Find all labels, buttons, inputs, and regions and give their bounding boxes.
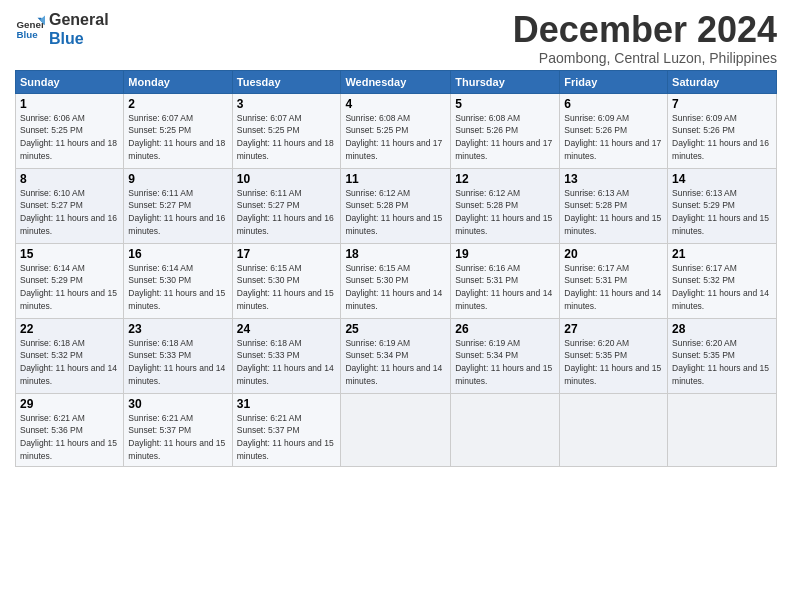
subtitle: Paombong, Central Luzon, Philippines — [513, 50, 777, 66]
table-row: 3Sunrise: 6:07 AMSunset: 5:25 PMDaylight… — [232, 93, 341, 168]
logo-text: General Blue — [49, 10, 109, 48]
header-row: Sunday Monday Tuesday Wednesday Thursday… — [16, 70, 777, 93]
table-row: 11Sunrise: 6:12 AMSunset: 5:28 PMDayligh… — [341, 168, 451, 243]
table-row: 7Sunrise: 6:09 AMSunset: 5:26 PMDaylight… — [668, 93, 777, 168]
col-sunday: Sunday — [16, 70, 124, 93]
table-row — [560, 393, 668, 467]
table-row: 13Sunrise: 6:13 AMSunset: 5:28 PMDayligh… — [560, 168, 668, 243]
table-row: 16Sunrise: 6:14 AMSunset: 5:30 PMDayligh… — [124, 243, 232, 318]
col-wednesday: Wednesday — [341, 70, 451, 93]
calendar-week-row: 29Sunrise: 6:21 AMSunset: 5:36 PMDayligh… — [16, 393, 777, 467]
table-row: 22Sunrise: 6:18 AMSunset: 5:32 PMDayligh… — [16, 318, 124, 393]
table-row: 1Sunrise: 6:06 AMSunset: 5:25 PMDaylight… — [16, 93, 124, 168]
table-row: 5Sunrise: 6:08 AMSunset: 5:26 PMDaylight… — [451, 93, 560, 168]
logo-icon: General Blue — [15, 14, 45, 44]
table-row: 9Sunrise: 6:11 AMSunset: 5:27 PMDaylight… — [124, 168, 232, 243]
page-container: General Blue General Blue December 2024 … — [0, 0, 792, 472]
col-tuesday: Tuesday — [232, 70, 341, 93]
calendar-week-row: 1Sunrise: 6:06 AMSunset: 5:25 PMDaylight… — [16, 93, 777, 168]
month-title: December 2024 — [513, 10, 777, 50]
table-row: 19Sunrise: 6:16 AMSunset: 5:31 PMDayligh… — [451, 243, 560, 318]
table-row: 28Sunrise: 6:20 AMSunset: 5:35 PMDayligh… — [668, 318, 777, 393]
table-row: 12Sunrise: 6:12 AMSunset: 5:28 PMDayligh… — [451, 168, 560, 243]
col-monday: Monday — [124, 70, 232, 93]
table-row: 29Sunrise: 6:21 AMSunset: 5:36 PMDayligh… — [16, 393, 124, 467]
table-row: 23Sunrise: 6:18 AMSunset: 5:33 PMDayligh… — [124, 318, 232, 393]
table-row: 24Sunrise: 6:18 AMSunset: 5:33 PMDayligh… — [232, 318, 341, 393]
table-row: 15Sunrise: 6:14 AMSunset: 5:29 PMDayligh… — [16, 243, 124, 318]
table-row: 2Sunrise: 6:07 AMSunset: 5:25 PMDaylight… — [124, 93, 232, 168]
calendar-table: Sunday Monday Tuesday Wednesday Thursday… — [15, 70, 777, 468]
svg-text:Blue: Blue — [17, 29, 39, 40]
table-row: 31Sunrise: 6:21 AMSunset: 5:37 PMDayligh… — [232, 393, 341, 467]
table-row: 14Sunrise: 6:13 AMSunset: 5:29 PMDayligh… — [668, 168, 777, 243]
table-row: 27Sunrise: 6:20 AMSunset: 5:35 PMDayligh… — [560, 318, 668, 393]
table-row: 21Sunrise: 6:17 AMSunset: 5:32 PMDayligh… — [668, 243, 777, 318]
table-row: 25Sunrise: 6:19 AMSunset: 5:34 PMDayligh… — [341, 318, 451, 393]
table-row — [451, 393, 560, 467]
header: General Blue General Blue December 2024 … — [15, 10, 777, 66]
table-row — [668, 393, 777, 467]
col-thursday: Thursday — [451, 70, 560, 93]
calendar-week-row: 22Sunrise: 6:18 AMSunset: 5:32 PMDayligh… — [16, 318, 777, 393]
calendar-week-row: 8Sunrise: 6:10 AMSunset: 5:27 PMDaylight… — [16, 168, 777, 243]
calendar-body: 1Sunrise: 6:06 AMSunset: 5:25 PMDaylight… — [16, 93, 777, 467]
logo: General Blue General Blue — [15, 10, 109, 48]
table-row — [341, 393, 451, 467]
table-row: 8Sunrise: 6:10 AMSunset: 5:27 PMDaylight… — [16, 168, 124, 243]
col-friday: Friday — [560, 70, 668, 93]
table-row: 20Sunrise: 6:17 AMSunset: 5:31 PMDayligh… — [560, 243, 668, 318]
col-saturday: Saturday — [668, 70, 777, 93]
table-row: 30Sunrise: 6:21 AMSunset: 5:37 PMDayligh… — [124, 393, 232, 467]
calendar-header: Sunday Monday Tuesday Wednesday Thursday… — [16, 70, 777, 93]
table-row: 6Sunrise: 6:09 AMSunset: 5:26 PMDaylight… — [560, 93, 668, 168]
calendar-week-row: 15Sunrise: 6:14 AMSunset: 5:29 PMDayligh… — [16, 243, 777, 318]
table-row: 4Sunrise: 6:08 AMSunset: 5:25 PMDaylight… — [341, 93, 451, 168]
table-row: 18Sunrise: 6:15 AMSunset: 5:30 PMDayligh… — [341, 243, 451, 318]
title-block: December 2024 Paombong, Central Luzon, P… — [513, 10, 777, 66]
table-row: 17Sunrise: 6:15 AMSunset: 5:30 PMDayligh… — [232, 243, 341, 318]
table-row: 10Sunrise: 6:11 AMSunset: 5:27 PMDayligh… — [232, 168, 341, 243]
table-row: 26Sunrise: 6:19 AMSunset: 5:34 PMDayligh… — [451, 318, 560, 393]
